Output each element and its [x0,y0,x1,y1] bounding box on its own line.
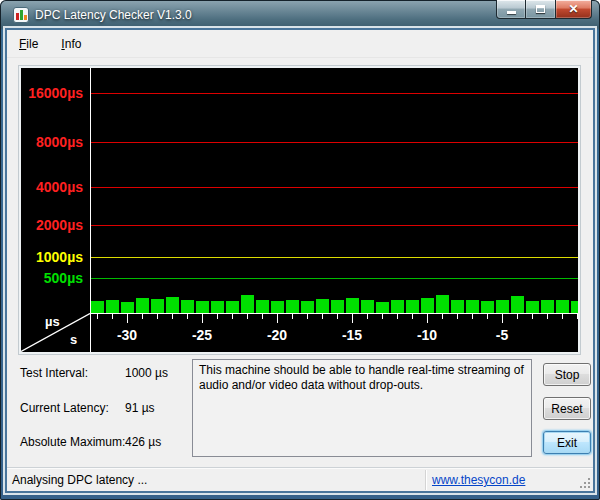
y-tick-label: 1000µs [21,250,83,264]
latency-chart: µs s 16000µs8000µs4000µs2000µs1000µs500µ… [21,68,578,352]
exit-button[interactable]: Exit [543,431,591,454]
x-tick-label: -5 [477,327,527,343]
latency-bar [316,299,329,313]
latency-bar [196,301,209,313]
maximize-icon [536,5,545,13]
stat-current-latency: Current Latency: 91 µs [20,401,190,417]
latency-bar [541,300,554,313]
client-area: File Info µs s 16000µs8000µs4000µs2000µs… [7,30,593,491]
x-tick-label: -25 [177,327,227,343]
x-tick-label: -20 [252,327,302,343]
reset-button[interactable]: Reset [543,397,591,420]
x-tick [307,314,308,319]
x-tick [97,314,98,319]
axis-unit-corner: µs s [21,313,90,352]
latency-bar [211,301,224,313]
x-tick [427,314,428,323]
app-icon [13,7,29,23]
x-tick [217,314,218,319]
latency-bar [466,300,479,313]
latency-bar [346,298,359,313]
x-tick [157,314,158,319]
x-tick [187,314,188,319]
x-unit-label: s [70,332,77,347]
minimize-button[interactable] [496,0,526,19]
latency-bar [226,301,239,313]
latency-chart-frame: µs s 16000µs8000µs4000µs2000µs1000µs500µ… [19,66,580,354]
y-unit-label: µs [45,314,60,329]
x-tick [577,314,578,319]
x-tick-label: -15 [327,327,377,343]
latency-bar [286,300,299,313]
menu-info[interactable]: Info [53,34,89,54]
x-tick [412,314,413,319]
gridline-4000 [91,187,578,188]
x-tick [247,314,248,319]
menu-file[interactable]: File [11,34,46,54]
latency-bar [481,301,494,313]
latency-bar [571,301,578,313]
stat-absolute-maximum: Absolute Maximum: 426 µs [20,435,190,451]
status-separator [425,470,426,490]
status-message: Analysing DPC latency ... [12,473,147,487]
x-tick [532,314,533,319]
latency-bar [91,301,104,313]
latency-bar [451,300,464,313]
latency-bar [331,300,344,313]
y-tick-label: 4000µs [21,180,83,194]
x-tick [517,314,518,319]
x-tick [292,314,293,319]
menu-bar: File Info [7,30,593,58]
latency-bar [241,295,254,313]
window-controls: ✕ [496,0,592,19]
latency-bar [556,300,569,313]
x-tick [502,314,503,323]
x-tick [232,314,233,319]
x-tick [547,314,548,319]
resize-grip-icon[interactable] [578,476,591,489]
x-tick [457,314,458,319]
gridline-500 [91,278,578,279]
gridline-1000 [91,257,578,258]
x-tick [142,314,143,319]
x-tick-label: -30 [102,327,152,343]
stat-value: 91 µs [125,401,155,415]
latency-bar [436,295,449,313]
gridline-8000 [91,142,578,143]
stat-value: 1000 µs [125,366,168,380]
latency-bar [421,298,434,313]
x-tick [202,314,203,323]
x-axis-line [90,313,578,314]
maximize-button[interactable] [526,0,556,19]
x-tick [172,314,173,319]
x-tick [367,314,368,319]
stat-label: Absolute Maximum: [20,435,125,449]
x-tick [472,314,473,319]
stop-button[interactable]: Stop [543,363,591,386]
x-tick [382,314,383,319]
result-text-box: This machine should be able to handle re… [192,359,532,457]
minimize-icon [507,11,516,14]
y-tick-label: 16000µs [21,86,83,100]
latency-bar [376,302,389,313]
y-tick-label: 2000µs [21,218,83,232]
latency-bar [511,296,524,313]
gridline-16000 [91,93,578,94]
latency-bars [91,68,578,313]
app-window: DPC Latency Checker V1.3.0 ✕ File Info [0,0,600,500]
close-button[interactable]: ✕ [556,0,592,19]
x-tick [337,314,338,319]
x-tick [127,314,128,323]
thesycon-link[interactable]: www.thesycon.de [432,473,525,487]
status-bar: Analysing DPC latency ... www.thesycon.d… [7,467,593,491]
stat-value: 426 µs [125,435,161,449]
x-tick [442,314,443,319]
title-bar[interactable]: DPC Latency Checker V1.3.0 ✕ [0,0,600,30]
close-icon: ✕ [568,3,578,15]
x-tick-label: -10 [402,327,452,343]
x-tick [277,314,278,323]
latency-bar [406,300,419,313]
x-tick [397,314,398,319]
latency-bar [256,300,269,313]
latency-bar [271,301,284,313]
